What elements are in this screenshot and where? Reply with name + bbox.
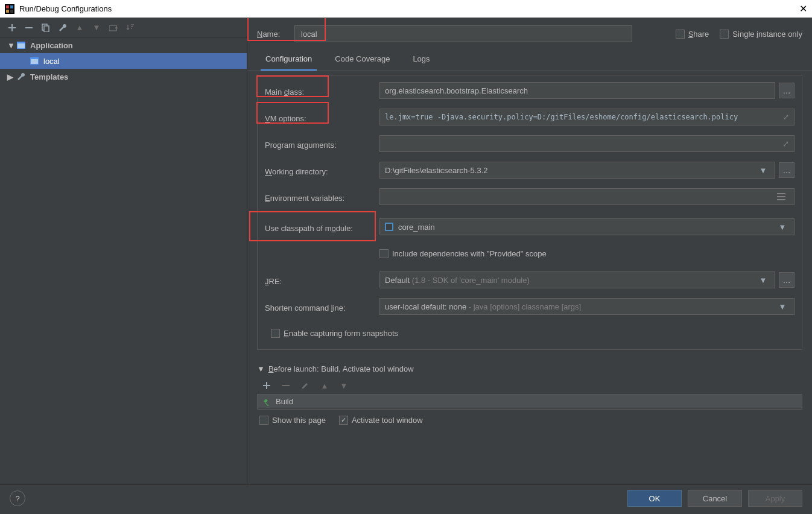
add-icon[interactable] xyxy=(6,22,18,34)
browse-working-dir-button[interactable]: … xyxy=(779,162,795,178)
shorten-cmd-select[interactable]: user-local default: none - java [options… xyxy=(379,298,795,315)
tabs: Configuration Code Coverage Logs xyxy=(247,47,812,71)
sort-icon[interactable] xyxy=(124,22,136,34)
svg-rect-2 xyxy=(10,5,13,8)
chevron-down-icon[interactable]: ▼ xyxy=(776,302,789,311)
before-launch-header[interactable]: ▼ Before launch: Build, Activate tool wi… xyxy=(257,364,802,373)
right-panel: Name: Share Single instance only Configu… xyxy=(247,18,812,484)
title-bar: Run/Debug Configurations ✕ xyxy=(0,0,812,18)
expand-icon[interactable]: ⤢ xyxy=(777,113,789,121)
activate-tool-window-checkbox[interactable]: Activate tool window xyxy=(339,416,423,425)
svg-rect-14 xyxy=(777,196,785,197)
svg-rect-18 xyxy=(282,385,290,386)
config-tree: ▼ Application local ▶ Templates xyxy=(0,37,247,484)
share-checkbox[interactable]: Share xyxy=(676,30,709,39)
tree-application[interactable]: ▼ Application xyxy=(0,37,247,53)
vm-options-input[interactable]: le.jmx=true -Djava.security.policy=D:/gi… xyxy=(379,109,795,125)
before-launch-item-build[interactable]: Build xyxy=(258,395,802,408)
vm-options-label: VM options: xyxy=(265,112,379,123)
footer: ? OK Cancel Apply xyxy=(0,484,812,514)
shorten-cmd-label: Shorten command line: xyxy=(265,301,379,313)
up-icon[interactable]: ▲ xyxy=(319,379,331,392)
tab-logs[interactable]: Logs xyxy=(408,51,434,71)
name-label: Name: xyxy=(257,30,287,39)
jre-label: JRE: xyxy=(265,274,379,286)
edit-icon[interactable] xyxy=(299,379,311,392)
svg-rect-13 xyxy=(777,193,785,194)
show-this-page-checkbox[interactable]: Show this page xyxy=(259,416,326,425)
expand-icon[interactable]: ⤢ xyxy=(777,139,789,148)
chevron-right-icon: ▶ xyxy=(7,74,13,80)
apply-button[interactable]: Apply xyxy=(748,490,802,507)
application-icon xyxy=(30,56,40,66)
tab-code-coverage[interactable]: Code Coverage xyxy=(330,51,395,71)
svg-rect-1 xyxy=(6,5,9,8)
svg-rect-17 xyxy=(386,224,392,230)
tree-application-label: Application xyxy=(30,41,73,50)
main-class-input[interactable] xyxy=(379,82,775,99)
svg-rect-4 xyxy=(10,10,13,13)
program-args-label: Program arguments: xyxy=(265,138,379,150)
svg-rect-12 xyxy=(31,59,38,64)
before-launch-toolbar: ▲ ▼ xyxy=(257,377,802,394)
svg-rect-10 xyxy=(17,43,25,48)
wrench-icon[interactable] xyxy=(57,22,69,34)
single-instance-checkbox[interactable]: Single instance only xyxy=(720,30,802,39)
browse-jre-button[interactable]: … xyxy=(779,272,795,288)
wrench-icon xyxy=(17,72,27,81)
add-icon[interactable] xyxy=(261,379,273,392)
svg-rect-15 xyxy=(777,199,785,200)
chevron-down-icon: ▼ xyxy=(257,364,265,373)
copy-icon[interactable] xyxy=(40,22,52,34)
down-icon[interactable]: ▼ xyxy=(338,379,350,392)
module-icon xyxy=(385,223,393,231)
help-button[interactable]: ? xyxy=(10,490,25,506)
classpath-select[interactable]: core_main ▼ xyxy=(379,218,795,235)
down-icon[interactable]: ▼ xyxy=(90,22,103,34)
tree-toolbar: ▲ ▼ xyxy=(0,18,247,37)
chevron-down-icon: ▼ xyxy=(7,42,13,48)
classpath-label: Use classpath of module: xyxy=(265,221,379,233)
tree-templates[interactable]: ▶ Templates xyxy=(0,69,247,84)
ok-button[interactable]: OK xyxy=(627,490,682,507)
window-title: Run/Debug Configurations xyxy=(19,4,799,13)
cancel-button[interactable]: Cancel xyxy=(688,490,742,507)
close-icon[interactable]: ✕ xyxy=(799,3,807,14)
before-launch-list: Build xyxy=(257,394,802,410)
working-dir-input[interactable]: D:\gitFiles\elasticsearch-5.3.2 ▼ xyxy=(379,162,775,179)
chevron-down-icon[interactable]: ▼ xyxy=(756,166,770,175)
program-args-input[interactable]: ⤢ xyxy=(379,135,795,152)
env-vars-input[interactable] xyxy=(379,188,795,205)
application-icon xyxy=(17,40,27,50)
working-dir-label: Working directory: xyxy=(265,165,379,176)
svg-rect-5 xyxy=(25,27,33,28)
browse-main-class-button[interactable]: … xyxy=(779,83,795,98)
env-vars-label: Environment variables: xyxy=(265,191,379,203)
svg-rect-3 xyxy=(6,10,9,13)
svg-rect-7 xyxy=(44,26,49,32)
folder-save-icon[interactable] xyxy=(107,22,119,34)
hammer-icon xyxy=(262,398,271,406)
tree-local[interactable]: local xyxy=(0,53,247,69)
remove-icon[interactable] xyxy=(280,379,292,392)
remove-icon[interactable] xyxy=(23,22,35,34)
chevron-down-icon[interactable]: ▼ xyxy=(756,276,770,285)
chevron-down-icon[interactable]: ▼ xyxy=(776,223,789,232)
tree-templates-label: Templates xyxy=(30,72,68,81)
include-provided-checkbox[interactable]: Include dependencies with "Provided" sco… xyxy=(379,249,547,258)
enable-snapshots-checkbox[interactable]: Enable capturing form snapshots xyxy=(271,329,398,338)
name-input[interactable] xyxy=(294,25,632,42)
list-icon[interactable] xyxy=(777,193,789,200)
tab-configuration[interactable]: Configuration xyxy=(261,51,317,71)
up-icon[interactable]: ▲ xyxy=(74,22,86,34)
main-class-label: Main class: xyxy=(265,85,379,97)
tree-local-label: local xyxy=(43,57,60,66)
jre-select[interactable]: Default (1.8 - SDK of 'core_main' module… xyxy=(379,271,775,288)
app-icon xyxy=(5,4,14,14)
left-panel: ▲ ▼ ▼ Application local ▶ Templates xyxy=(0,18,247,484)
